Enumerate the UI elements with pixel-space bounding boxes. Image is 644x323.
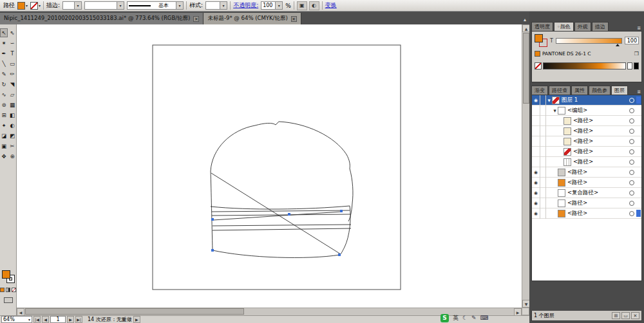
- cake-outline-paths[interactable]: [211, 122, 353, 257]
- layer-row[interactable]: ◉<路径>: [532, 198, 641, 208]
- layer-row[interactable]: <路径>: [532, 136, 641, 147]
- direct-selection-tool[interactable]: ⇖: [8, 28, 16, 37]
- white-swatch[interactable]: [627, 62, 632, 69]
- visibility-toggle[interactable]: ◉: [532, 188, 540, 198]
- live-paint-bucket-tool[interactable]: ◪: [0, 131, 8, 140]
- target-circle[interactable]: [629, 129, 634, 134]
- layer-row[interactable]: <路径>: [532, 116, 641, 126]
- fill-color-swatch[interactable]: ▾: [17, 2, 28, 10]
- lock-toggle[interactable]: [540, 136, 546, 147]
- pen-tool[interactable]: ✒: [0, 49, 8, 58]
- sogou-icon[interactable]: S: [440, 314, 449, 322]
- panel-tab[interactable]: 外观: [574, 22, 591, 31]
- tab-scroll-icon[interactable]: ▴: [524, 17, 529, 24]
- slice-tool[interactable]: ✂: [8, 142, 16, 151]
- hand-tool[interactable]: ✥: [0, 152, 8, 161]
- graph-tool[interactable]: ▦: [8, 100, 16, 109]
- canvas[interactable]: [17, 24, 522, 308]
- chevron-down-icon[interactable]: ▾: [39, 4, 41, 8]
- live-paint-selection-tool[interactable]: ◩: [8, 131, 16, 140]
- layer-row[interactable]: <路径>: [532, 157, 641, 167]
- opacity-field[interactable]: 100 ▾: [261, 1, 283, 10]
- lock-toggle[interactable]: [540, 95, 546, 106]
- pencil-tool[interactable]: ✏: [8, 69, 16, 78]
- lock-toggle[interactable]: [540, 147, 546, 157]
- select-similar-button[interactable]: ▣: [297, 1, 307, 10]
- blend-tool[interactable]: ◐: [8, 121, 16, 130]
- fill-swatch[interactable]: [2, 270, 10, 279]
- moon-icon[interactable]: ☾: [462, 315, 468, 321]
- visibility-toggle[interactable]: ◉: [532, 167, 540, 178]
- color-mode-button[interactable]: [0, 288, 5, 292]
- target-circle[interactable]: [629, 170, 634, 175]
- stroke-color-swatch[interactable]: ▾: [30, 2, 41, 10]
- tint-value-field[interactable]: 100: [625, 37, 639, 44]
- warp-tool[interactable]: ∿: [0, 90, 8, 99]
- zoom-level-select[interactable]: 64% ▾: [1, 316, 32, 323]
- layer-row[interactable]: ◉▼图层 1: [532, 95, 641, 106]
- ime-language-indicator[interactable]: 英: [453, 314, 459, 322]
- tint-ramp[interactable]: [543, 62, 626, 69]
- scale-tool[interactable]: ◥: [8, 80, 16, 89]
- visibility-toggle[interactable]: ◉: [532, 95, 540, 106]
- eyedropper-tool[interactable]: ✦: [0, 121, 8, 130]
- slider-marker-icon[interactable]: [616, 44, 620, 46]
- expander-icon[interactable]: ▼: [552, 109, 558, 113]
- paintbrush-tool[interactable]: ✎: [0, 69, 8, 78]
- target-circle[interactable]: [629, 98, 634, 103]
- layer-row[interactable]: <路径>: [532, 126, 641, 136]
- anchor-point[interactable]: [211, 249, 214, 252]
- visibility-toggle[interactable]: ◉: [532, 178, 540, 188]
- fill-swatch[interactable]: [535, 34, 543, 42]
- anchor-point[interactable]: [340, 210, 343, 212]
- lock-toggle[interactable]: [540, 167, 546, 178]
- vertical-scrollbar[interactable]: ▲ ▼: [522, 24, 529, 308]
- symbol-sprayer-tool[interactable]: ⊚: [0, 100, 8, 109]
- target-circle[interactable]: [629, 149, 634, 154]
- panel-tab[interactable]: 颜色参: [589, 86, 611, 95]
- panel-tab[interactable]: 渐变: [531, 86, 548, 95]
- target-circle[interactable]: [629, 139, 634, 144]
- target-circle[interactable]: [629, 201, 634, 206]
- transform-link[interactable]: 变换: [325, 1, 337, 10]
- panel-tab[interactable]: 路径查: [549, 86, 571, 95]
- layer-row[interactable]: ◉<复合路径>: [532, 188, 641, 198]
- prev-page-button[interactable]: ◀: [42, 316, 49, 323]
- panel-tab[interactable]: 图层: [611, 86, 628, 95]
- visibility-toggle[interactable]: [532, 136, 540, 147]
- target-circle[interactable]: [629, 180, 634, 185]
- stroke-weight-select[interactable]: ▾: [62, 1, 82, 10]
- target-circle[interactable]: [629, 211, 634, 216]
- zoom-tool[interactable]: ⊕: [8, 152, 16, 161]
- layer-row[interactable]: <路径>: [532, 147, 641, 157]
- panel-tab[interactable]: ◦颜色: [554, 22, 574, 31]
- selection-tool[interactable]: ↖: [0, 28, 8, 37]
- expander-icon[interactable]: ▼: [546, 98, 552, 102]
- tint-slider[interactable]: [556, 38, 622, 44]
- panel-menu-icon[interactable]: ≣: [636, 26, 642, 31]
- style-select[interactable]: ▾: [205, 1, 227, 10]
- panel-menu-icon[interactable]: ≣: [636, 89, 642, 95]
- next-page-button[interactable]: ▶: [67, 316, 74, 323]
- visibility-toggle[interactable]: [532, 147, 540, 157]
- none-swatch[interactable]: [535, 62, 542, 69]
- target-circle[interactable]: [629, 118, 634, 124]
- black-swatch[interactable]: [634, 62, 639, 69]
- width-profile-select[interactable]: ▾: [84, 1, 124, 10]
- rectangle-tool[interactable]: ▭: [8, 59, 16, 68]
- fill-stroke-indicator[interactable]: [535, 34, 547, 47]
- visibility-toggle[interactable]: [532, 126, 540, 136]
- last-page-button[interactable]: ▶|: [75, 316, 82, 323]
- chevron-down-icon[interactable]: ▾: [26, 4, 28, 8]
- close-icon[interactable]: ✕: [291, 16, 297, 22]
- layer-row[interactable]: ◉<路径>: [532, 167, 641, 178]
- visibility-toggle[interactable]: [532, 116, 540, 126]
- opacity-link[interactable]: 不透明度:: [233, 1, 258, 10]
- lock-toggle[interactable]: [540, 208, 546, 219]
- panel-tab[interactable]: 透明度: [531, 22, 553, 31]
- doc-tab[interactable]: 未标题-9* @ 64% (CMYK/轮廓)✕: [204, 13, 301, 24]
- lock-toggle[interactable]: [540, 198, 546, 208]
- lock-toggle[interactable]: [540, 178, 546, 188]
- visibility-toggle[interactable]: ◉: [532, 208, 540, 219]
- horizontal-scroll-thumb[interactable]: [25, 308, 244, 315]
